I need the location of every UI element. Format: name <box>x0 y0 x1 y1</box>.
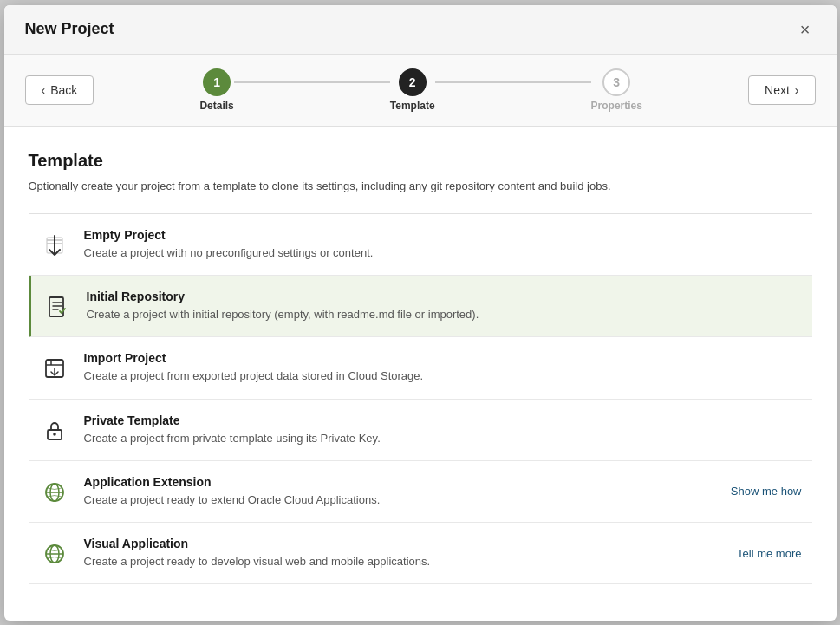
back-button[interactable]: ‹ Back <box>25 75 94 105</box>
new-project-dialog: New Project × ‹ Back 1 Details 2 Templat… <box>4 5 837 621</box>
empty-project-icon <box>39 230 70 261</box>
template-item-app-extension[interactable]: Application Extension Create a project r… <box>29 461 812 523</box>
app-extension-action[interactable]: Show me how <box>731 485 802 498</box>
next-button[interactable]: Next › <box>748 75 815 105</box>
step-line-1-2 <box>234 81 390 83</box>
import-project-icon <box>39 353 70 384</box>
visual-app-action[interactable]: Tell me more <box>737 547 801 560</box>
back-label: Back <box>50 83 77 97</box>
step-1-circle: 1 <box>203 68 231 96</box>
visual-app-icon <box>39 538 70 570</box>
next-icon: › <box>795 83 799 97</box>
empty-project-info: Empty Project Create a project with no p… <box>84 228 802 261</box>
step-2-circle: 2 <box>399 68 427 96</box>
initial-repo-desc: Create a project with initial repository… <box>87 307 802 322</box>
template-list: Empty Project Create a project with no p… <box>29 213 812 584</box>
private-template-desc: Create a project from private template u… <box>84 431 802 446</box>
dialog-title: New Project <box>25 20 114 38</box>
stepper: 1 Details 2 Template 3 Properties <box>94 68 748 112</box>
section-description: Optionally create your project from a te… <box>29 178 812 195</box>
step-properties: 3 Properties <box>591 68 642 112</box>
close-button[interactable]: × <box>795 19 816 40</box>
visual-app-info: Visual Application Create a project read… <box>84 537 724 570</box>
template-item-empty[interactable]: Empty Project Create a project with no p… <box>29 214 812 276</box>
dialog-body: Template Optionally create your project … <box>4 127 837 621</box>
svg-point-4 <box>53 433 56 436</box>
step-2-label: Template <box>390 100 435 112</box>
section-title: Template <box>29 151 812 171</box>
template-item-private[interactable]: Private Template Create a project from p… <box>29 400 812 461</box>
import-project-desc: Create a project from exported project d… <box>84 368 802 384</box>
dialog-header: New Project × <box>4 5 837 55</box>
step-line-2-3 <box>435 81 591 83</box>
app-extension-name: Application Extension <box>84 475 717 489</box>
visual-app-name: Visual Application <box>84 537 724 550</box>
empty-project-name: Empty Project <box>84 228 802 242</box>
initial-repo-icon <box>42 291 73 322</box>
initial-repo-info: Initial Repository Create a project with… <box>87 290 802 322</box>
initial-repo-name: Initial Repository <box>87 290 802 303</box>
step-1-label: Details <box>199 100 233 112</box>
template-item-initial-repo[interactable]: Initial Repository Create a project with… <box>29 276 812 337</box>
import-project-name: Import Project <box>84 351 802 365</box>
template-item-import[interactable]: Import Project Create a project from exp… <box>29 337 812 399</box>
dialog-nav: ‹ Back 1 Details 2 Template 3 Properties <box>4 55 837 127</box>
import-project-info: Import Project Create a project from exp… <box>84 351 802 384</box>
step-details: 1 Details <box>199 68 233 112</box>
step-3-circle: 3 <box>602 68 630 96</box>
next-label: Next <box>765 83 790 97</box>
step-3-label: Properties <box>591 100 642 112</box>
empty-project-desc: Create a project with no preconfigured s… <box>84 245 802 261</box>
private-template-name: Private Template <box>84 413 802 427</box>
app-extension-info: Application Extension Create a project r… <box>84 475 717 508</box>
private-template-icon <box>39 415 70 446</box>
private-template-info: Private Template Create a project from p… <box>84 413 802 446</box>
back-icon: ‹ <box>42 83 46 97</box>
template-item-visual-app[interactable]: Visual Application Create a project read… <box>29 523 812 584</box>
step-template: 2 Template <box>390 68 435 112</box>
app-extension-icon <box>39 477 70 508</box>
app-extension-desc: Create a project ready to extend Oracle … <box>84 492 717 508</box>
visual-app-desc: Create a project ready to develop visual… <box>84 554 724 570</box>
